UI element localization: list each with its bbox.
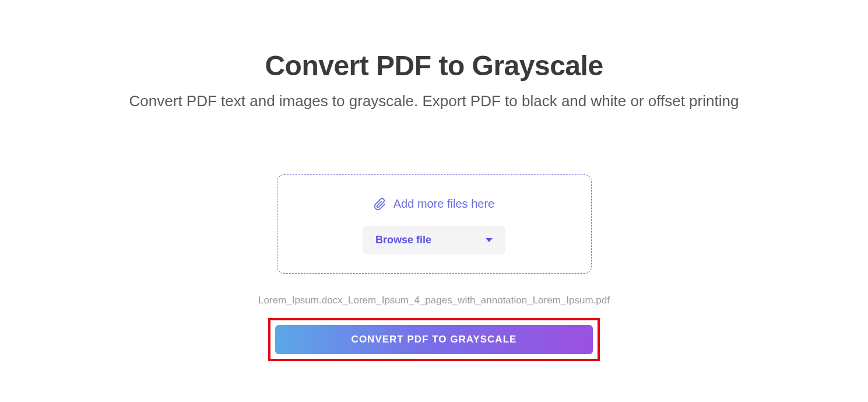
browse-file-label: Browse file bbox=[375, 234, 431, 246]
dropzone-hint-text: Add more files here bbox=[393, 197, 494, 211]
paperclip-icon bbox=[374, 198, 386, 211]
uploaded-filename: Lorem_Ipsum.docx_Lorem_Ipsum_4_pages_wit… bbox=[258, 295, 610, 306]
page-title: Convert PDF to Grayscale bbox=[265, 50, 603, 82]
page-subtitle: Convert PDF text and images to grayscale… bbox=[129, 92, 739, 110]
file-dropzone[interactable]: Add more files here Browse file bbox=[277, 174, 592, 274]
browse-file-button[interactable]: Browse file bbox=[363, 226, 505, 254]
convert-highlight-box: CONVERT PDF TO GRAYSCALE bbox=[268, 318, 600, 361]
convert-button[interactable]: CONVERT PDF TO GRAYSCALE bbox=[275, 325, 593, 354]
dropzone-hint: Add more files here bbox=[374, 197, 494, 211]
convert-button-label: CONVERT PDF TO GRAYSCALE bbox=[352, 334, 517, 345]
caret-down-icon bbox=[486, 238, 493, 242]
